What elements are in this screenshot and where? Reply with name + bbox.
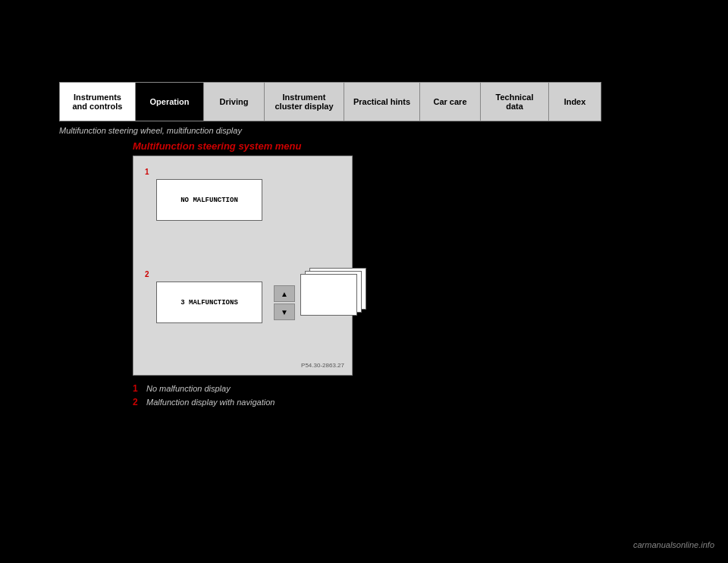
nav-item-car-care[interactable]: Car care <box>419 82 480 121</box>
malfunctions-text: 3 MALFUNCTIONS <box>180 299 238 307</box>
diagram-label-2: 2 <box>145 270 149 278</box>
nav-label-technical: Technicaldata <box>496 93 534 111</box>
legend-number-1: 1 <box>133 383 142 394</box>
scroll-down-icon[interactable]: ▼ <box>274 304 295 320</box>
breadcrumb: Multifunction steering wheel, multifunct… <box>59 126 242 135</box>
nav-item-driving[interactable]: Driving <box>203 82 264 121</box>
nav-item-index[interactable]: Index <box>548 82 601 121</box>
nav-label-index: Index <box>564 97 586 106</box>
no-malfunction-text: NO MALFUNCTION <box>180 197 238 204</box>
nav-item-instruments-and-controls[interactable]: Instruments and controls <box>59 82 135 121</box>
legend-text-1: No malfunction display <box>146 384 231 393</box>
breadcrumb-text: Multifunction steering wheel, multifunct… <box>59 126 242 135</box>
legend-item-1: 1 No malfunction display <box>133 383 275 394</box>
section-heading: Multifunction steering system menu <box>133 140 301 152</box>
page-container: Instruments and controls Operation Drivi… <box>0 0 728 563</box>
diagram-label-1: 1 <box>145 168 149 176</box>
part-number: P54.30-2863.27 <box>301 362 344 369</box>
nav-label-car-care: Car care <box>433 97 466 106</box>
legend-item-2: 2 Malfunction display with navigation <box>133 397 275 407</box>
legend: 1 No malfunction display 2 Malfunction d… <box>133 383 275 410</box>
page-card-front <box>300 274 357 316</box>
nav-item-practical-hints[interactable]: Practical hints <box>344 82 419 121</box>
watermark-text: carmanualsonline.info <box>633 540 714 549</box>
legend-number-2: 2 <box>133 397 142 407</box>
legend-text-2: Malfunction display with navigation <box>146 398 275 407</box>
nav-label-practical: Practical hints <box>353 97 410 106</box>
section-heading-text: Multifunction steering system menu <box>133 140 301 152</box>
nav-label-instrument-cluster: Instrumentcluster display <box>275 93 333 111</box>
nav-label-operation: Operation <box>150 97 190 106</box>
navigation-bar: Instruments and controls Operation Drivi… <box>59 82 601 121</box>
diagram-container: 1 NO MALFUNCTION 2 3 MALFUNCTIONS ▲ ▼ <box>133 156 353 376</box>
nav-item-instrument-cluster-display[interactable]: Instrumentcluster display <box>264 82 344 121</box>
diagram-nav-icons: ▲ ▼ <box>274 285 295 320</box>
scroll-up-icon[interactable]: ▲ <box>274 285 295 302</box>
nav-item-technical-data[interactable]: Technicaldata <box>480 82 548 121</box>
watermark: carmanualsonline.info <box>633 540 714 549</box>
nav-item-operation[interactable]: Operation <box>135 82 203 121</box>
nav-label-instruments: Instruments and controls <box>72 93 122 111</box>
nav-label-driving: Driving <box>220 97 249 106</box>
diagram-box-3-malfunctions: 3 MALFUNCTIONS <box>156 282 262 323</box>
diagram-box-no-malfunction: NO MALFUNCTION <box>156 179 262 221</box>
